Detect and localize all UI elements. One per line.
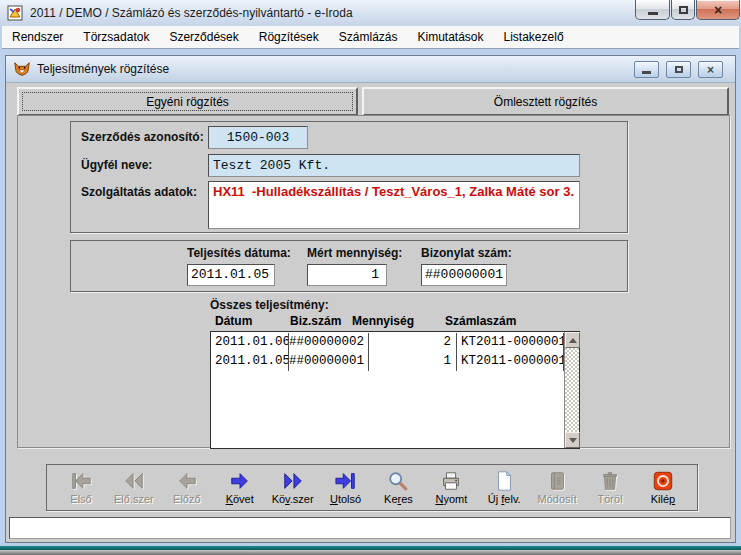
toolbar-button-label: Módosít [538,493,577,505]
trash-icon [599,470,621,492]
performance-list-title: Összes teljesítmény: [210,298,329,312]
menu-item-2[interactable]: Törzsadatok [73,26,159,49]
toolbar-button-previous: Előző [166,470,208,505]
menu-item-4[interactable]: Rögzítések [249,26,329,49]
column-header-1: Dátum [215,314,252,328]
navigation-toolbar: ElsőElő.szerElőzőKövetKöv.szerUtolsóKere… [46,464,698,511]
column-header-2: Biz.szám [290,314,341,328]
receipt-number-label: Bizonylat szám: [421,246,512,260]
main-titlebar: 2011 / DEMO / Számlázó és szerződés-nyil… [0,0,741,26]
toolbar-button-new[interactable]: Új felv. [483,470,525,505]
contract-id-label: Szerződés azonosító: [81,130,204,144]
client-name-field[interactable]: Teszt 2005 Kft. [208,154,580,177]
child-window-title: Teljesítmények rögzítése [37,56,169,83]
table-row[interactable]: 2011.01.06##000000022KT2011-0000001 [211,333,564,352]
table-cell: 2 [369,333,457,352]
table-cell: 2011.01.05 [211,352,289,371]
tab-page-egyeni-rogzites: Szerződés azonosító: Ügyfél neve: Szolgá… [17,115,730,448]
notebook-icon [546,470,568,492]
arrow-up-icon [569,334,577,343]
double-left-arrow-icon [123,470,145,492]
toolbar-button-last[interactable]: Utolsó [325,470,367,505]
toolbar-button-label: Új felv. [488,493,521,505]
contract-groupbox: Szerződés azonosító: Ügyfél neve: Szolgá… [70,121,628,233]
printer-icon [440,470,462,492]
close-button[interactable]: × [696,0,740,20]
menu-bar: RendszerTörzsadatokSzerződésekRögzítések… [2,26,739,49]
scroll-down-button[interactable] [565,432,580,448]
toolbar-button-label: Előző [173,493,201,505]
column-header-3: Mennyiség [352,314,414,328]
measured-quantity-field[interactable]: 1 [307,264,387,286]
toolbar-button-delete: Töröl [589,470,631,505]
toolbar-button-label: Első [70,493,91,505]
performance-rows: 2011.01.06##000000022KT2011-00000012011.… [211,333,564,371]
right-arrow-icon [229,470,251,492]
receipt-number-field[interactable]: ##00000001 [421,264,507,286]
performance-groupbox: Teljesítés dátuma: Mért mennyiség: Bizon… [70,240,628,292]
service-data-field[interactable]: HX11 -Hulladékszállítás / Teszt_Város_1,… [208,181,580,229]
child-minimize-button[interactable] [634,61,659,78]
maximize-icon [679,6,688,14]
child-close-button[interactable]: × [698,61,723,78]
blank-page-icon [493,470,515,492]
table-cell: KT2011-0000001 [457,333,564,352]
contract-id-field[interactable]: 1500-003 [208,126,308,149]
scroll-up-button[interactable] [565,332,580,348]
vertical-scrollbar[interactable] [564,332,579,448]
toolbar-button-exit[interactable]: Kilép [642,470,684,505]
arrow-down-icon [569,438,577,447]
toolbar-button-label: Követ [226,493,254,505]
app-icon [7,5,23,21]
status-field [9,517,731,539]
tab-omlesztett-rogzites[interactable]: Ömlesztett rögzítés [362,87,729,116]
toolbar-button-prev-contract: Elő.szer [113,470,155,505]
menu-item-6[interactable]: Kimutatások [407,26,493,49]
table-cell: ##00000002 [289,333,369,352]
column-header-4: Számlaszám [445,314,516,328]
left-arrow-icon [176,470,198,492]
performance-listbox[interactable]: 2011.01.06##000000022KT2011-00000012011.… [210,331,580,449]
toolbar-button-next[interactable]: Követ [219,470,261,505]
performance-list-header: DátumBiz.számMennyiségSzámlaszám [210,314,580,329]
fox-icon [13,60,31,78]
client-name-label: Ügyfél neve: [81,158,152,172]
toolbar-button-next-contract[interactable]: Köv.szer [272,470,314,505]
child-maximize-icon [675,66,683,73]
table-cell: KT2011-0000001 [457,352,564,371]
window-bottom-border [0,550,741,555]
table-cell: ##00000001 [289,352,369,371]
last-arrow-icon [335,470,357,492]
minimize-button[interactable] [635,0,670,20]
power-icon [652,470,674,492]
toolbar-button-label: Utolsó [330,493,361,505]
measured-quantity-label: Mért mennyiség: [307,246,402,260]
table-row[interactable]: 2011.01.05##000000011KT2011-0000001 [211,352,564,371]
maximize-button[interactable] [671,0,695,20]
child-minimize-icon [642,71,651,74]
child-titlebar: Teljesítmények rögzítése × [6,56,735,83]
magnifier-icon [387,470,409,492]
toolbar-button-first: Első [60,470,102,505]
toolbar-button-print[interactable]: Nyomt [430,470,472,505]
toolbar-button-label: Nyomt [435,493,467,505]
menu-item-3[interactable]: Szerződések [159,26,248,49]
toolbar-button-search[interactable]: Keres [377,470,419,505]
double-right-arrow-icon [282,470,304,492]
menu-item-5[interactable]: Számlázás [329,26,408,49]
performance-date-field[interactable]: 2011.01.05 [187,264,275,286]
close-icon: × [714,3,722,17]
first-arrow-icon [70,470,92,492]
minimize-icon [648,12,658,15]
child-maximize-button[interactable] [666,61,691,78]
menu-item-1[interactable]: Rendszer [2,26,73,49]
service-data-label: Szolgáltatás adatok: [81,185,197,199]
tab-egyeni-rogzites[interactable]: Egyéni rögzítés [17,87,358,116]
toolbar-button-label: Töröl [598,493,623,505]
toolbar-button-label: Köv.szer [272,493,314,505]
toolbar-button-label: Kilép [651,493,675,505]
window-title: 2011 / DEMO / Számlázó és szerződés-nyil… [30,0,353,26]
application-window: 2011 / DEMO / Számlázó és szerződés-nyil… [0,0,741,555]
menu-item-7[interactable]: Listakezelő [494,26,574,49]
table-cell: 2011.01.06 [211,333,289,352]
